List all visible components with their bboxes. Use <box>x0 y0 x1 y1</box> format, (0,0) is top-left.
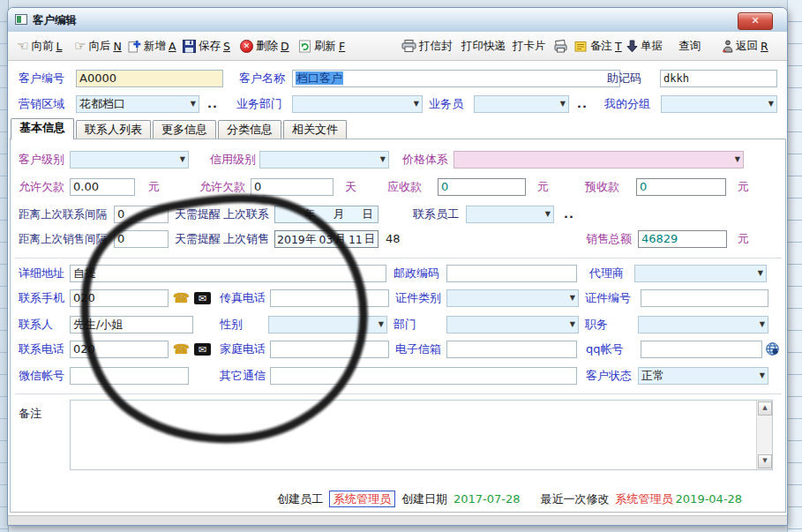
notes-scrollbar[interactable]: ▲ ▼ <box>756 401 772 469</box>
address-value: 自提 <box>73 266 96 280</box>
salesman-select[interactable]: ▼ <box>474 95 569 113</box>
agent-select[interactable]: ▼ <box>634 265 767 282</box>
prev-label: 向前 <box>31 39 53 54</box>
my-group-select[interactable]: ▼ <box>661 95 777 113</box>
qq-input[interactable] <box>641 341 762 358</box>
dept-select[interactable]: ▼ <box>446 316 579 333</box>
note-label: 备注 <box>590 39 612 54</box>
query-label: 查询 <box>678 39 701 54</box>
day-unit: 日 <box>364 232 376 247</box>
customer-name-input[interactable]: 档口客户 <box>292 70 620 87</box>
screen: 客户编辑 ✕ ☜ 向前L ☞ 向后N 新增A 保存S ✕ 删除D <box>0 0 802 532</box>
prev-button[interactable]: ☜ 向前L <box>15 35 64 56</box>
phone-dial-icon[interactable]: ☎ <box>173 341 190 358</box>
fax-input[interactable] <box>270 289 389 307</box>
scroll-up-button[interactable]: ▲ <box>758 401 772 416</box>
notes-textarea[interactable]: ▲ ▼ <box>70 400 773 470</box>
print-card-button[interactable]: 打卡片 <box>511 35 548 56</box>
chevron-down-icon: ▼ <box>735 152 740 168</box>
home-phone-input[interactable] <box>270 341 389 358</box>
printer-icon <box>401 40 416 52</box>
wechat-input[interactable] <box>70 367 189 385</box>
delete-hotkey: D <box>281 40 289 53</box>
contact-interval-value: 0 <box>117 207 124 221</box>
modified-date-value: 2019-04-28 <box>676 492 743 506</box>
delete-button[interactable]: ✕ 删除D <box>238 35 291 56</box>
tab-category-info[interactable]: 分类信息 <box>218 120 281 139</box>
return-button[interactable]: 返回R <box>721 35 770 56</box>
last-sale-date[interactable]: 2019年 03月 11日 <box>274 230 379 248</box>
last-contact-date[interactable]: 年 月 日 <box>274 206 379 223</box>
sms-envelope-icon[interactable]: ✉ <box>194 292 211 304</box>
save-button[interactable]: 保存S <box>181 35 232 56</box>
next-button[interactable]: ☞ 向后N <box>72 35 124 56</box>
tab-contact-list[interactable]: 联系人列表 <box>76 120 151 139</box>
record-meta-footer: 创建员工 系统管理员 创建日期 2017-07-28 最近一次修改 系统管理员 … <box>277 491 742 507</box>
last-sale-extra: 48 <box>386 230 401 248</box>
receivable-input[interactable]: 0 <box>438 178 526 196</box>
marketing-area-select[interactable]: 花都档口▼ <box>76 95 199 113</box>
tab-related-files[interactable]: 相关文件 <box>283 120 347 139</box>
tab-more-info[interactable]: 更多信息 <box>153 120 216 139</box>
phone-input[interactable]: 020 <box>70 341 169 358</box>
marketing-area-browse-button[interactable]: .. <box>207 95 218 113</box>
chevron-down-icon: ▼ <box>760 368 765 384</box>
scroll-down-button[interactable]: ▼ <box>758 454 772 468</box>
contact-interval-input[interactable]: 0 <box>114 206 169 223</box>
advance-input[interactable]: 0 <box>636 178 726 196</box>
mobile-label: 联系手机 <box>19 289 64 307</box>
query-button[interactable]: 查询 <box>677 35 702 56</box>
print-express-button[interactable]: 打印快递 <box>460 35 507 56</box>
gender-select[interactable]: ▼ <box>268 316 387 333</box>
copy-print-button[interactable] <box>551 35 573 56</box>
chevron-down-icon: ▼ <box>191 96 196 112</box>
customer-no-input[interactable]: A0000 <box>76 70 223 87</box>
mobile-input[interactable]: 020 <box>70 289 169 307</box>
credit-level-select[interactable]: ▼ <box>259 151 389 169</box>
total-sales-input[interactable]: 46829 <box>638 230 727 248</box>
my-group-label: 我的分组 <box>604 95 650 113</box>
note-button[interactable]: 备注T <box>573 35 624 56</box>
sale-interval-input[interactable]: 0 <box>114 230 169 248</box>
sms-envelope-icon[interactable]: ✉ <box>194 343 211 356</box>
titlebar[interactable]: 客户编辑 ✕ <box>8 8 787 33</box>
new-button[interactable]: 新增A <box>126 35 178 56</box>
parent-window-right-edge <box>787 0 802 532</box>
chevron-down-icon: ▼ <box>768 96 774 112</box>
allow-debt-days-input[interactable]: 0 <box>251 178 334 196</box>
refresh-label: 刷新 <box>314 39 336 54</box>
id-type-label: 证件类别 <box>395 289 441 307</box>
status-select[interactable]: 正常▼ <box>638 367 768 385</box>
customer-level-select[interactable]: ▼ <box>70 151 189 169</box>
price-system-select[interactable]: ▼ <box>453 151 744 169</box>
tab-basic-info[interactable]: 基本信息 <box>11 118 74 139</box>
prev-hotkey: L <box>56 40 62 53</box>
next-label: 向后 <box>88 39 110 54</box>
email-input[interactable] <box>446 341 577 358</box>
other-comm-label: 其它通信 <box>220 367 266 385</box>
salesman-browse-button[interactable]: .. <box>577 95 588 113</box>
other-comm-input[interactable] <box>270 367 577 385</box>
print-envelope-button[interactable]: 打信封 <box>400 35 454 56</box>
allow-debt-amount-input[interactable]: 0.00 <box>70 178 135 196</box>
close-button[interactable]: ✕ <box>738 12 773 30</box>
position-select[interactable]: ▼ <box>638 316 768 333</box>
id-no-input[interactable] <box>641 289 768 307</box>
phone-dial-icon[interactable]: ☎ <box>173 289 190 307</box>
phone-value: 020 <box>73 342 95 356</box>
refresh-button[interactable]: 刷新F <box>296 35 347 56</box>
business-dept-select[interactable]: ▼ <box>292 95 423 113</box>
contact-staff-select[interactable]: ▼ <box>466 206 554 223</box>
id-type-select[interactable]: ▼ <box>446 289 579 307</box>
contact-staff-browse-button[interactable]: .. <box>564 206 574 223</box>
documents-button[interactable]: 单据 <box>625 35 664 56</box>
postal-input[interactable] <box>446 265 577 282</box>
qq-globe-icon[interactable] <box>766 342 779 359</box>
allow-debt-days-label: 允许欠款 <box>199 178 245 196</box>
contact-person-input[interactable]: 先生/小姐 <box>70 316 193 333</box>
receivable-label: 应收款 <box>387 178 422 196</box>
mnemonic-input[interactable]: dkkh <box>660 70 777 87</box>
delete-label: 删除 <box>256 39 278 54</box>
address-input[interactable]: 自提 <box>70 265 386 282</box>
hand-right-icon: ☞ <box>74 40 86 53</box>
